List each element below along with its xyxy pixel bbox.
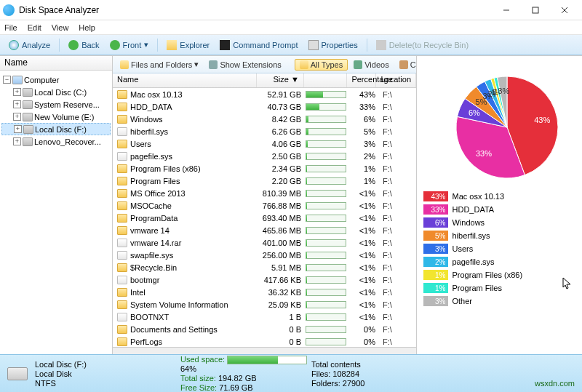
col-size[interactable]: Size ▼ bbox=[257, 73, 304, 87]
status-drive-label: Local Disc (F:) bbox=[35, 360, 180, 369]
horizontal-scrollbar[interactable] bbox=[113, 347, 416, 354]
legend-item[interactable]: 1%Program Files (x86) bbox=[423, 268, 576, 281]
table-row[interactable]: Documents and Settings0 B0%F:\ bbox=[113, 323, 416, 335]
command-prompt-button[interactable]: Command Prompt bbox=[215, 39, 302, 52]
site-link[interactable]: wsxdn.com bbox=[535, 379, 575, 389]
table-row[interactable]: Mac osx 10.1352.91 GB43%F:\ bbox=[113, 88, 416, 100]
all-types-icon bbox=[300, 60, 308, 69]
table-row[interactable]: pagefile.sys2.50 GB2%F:\ bbox=[113, 150, 416, 162]
menu-view[interactable]: View bbox=[52, 23, 69, 32]
col-location[interactable]: Location bbox=[376, 73, 416, 87]
drive-icon bbox=[23, 137, 33, 146]
legend-item[interactable]: 3%Users bbox=[423, 242, 576, 255]
table-row[interactable]: Windows8.42 GB6%F:\ bbox=[113, 113, 416, 125]
explorer-button[interactable]: Explorer bbox=[162, 39, 214, 52]
table-row[interactable]: ProgramData693.40 MB<1%F:\ bbox=[113, 212, 416, 224]
file-icon bbox=[117, 276, 127, 284]
filter-compressed[interactable]: Compressed bbox=[395, 60, 416, 70]
status-filesystem: NTFS bbox=[35, 379, 180, 388]
menu-help[interactable]: Help bbox=[79, 23, 95, 32]
status-total: Total size: 194.82 GB bbox=[180, 374, 311, 383]
tree-item-3[interactable]: +Local Disc (F:) bbox=[1, 123, 111, 135]
filter-all-types[interactable]: All Types bbox=[295, 59, 348, 71]
folder-icon bbox=[117, 337, 127, 346]
folder-icon bbox=[117, 140, 127, 148]
properties-button[interactable]: Properties bbox=[304, 39, 362, 52]
table-row[interactable]: swapfile.sys256.00 MB<1%F:\ bbox=[113, 249, 416, 261]
table-row[interactable]: MSOCache766.88 MB<1%F:\ bbox=[113, 199, 416, 212]
legend-item[interactable]: 5%hiberfil.sys bbox=[423, 229, 576, 242]
table-row[interactable]: Users4.06 GB3%F:\ bbox=[113, 137, 416, 150]
legend-item[interactable]: 1%Program Files bbox=[423, 281, 576, 295]
table-row[interactable]: Program Files (x86)2.34 GB1%F:\ bbox=[113, 162, 416, 175]
file-list[interactable]: Mac osx 10.1352.91 GB43%F:\HDD_DATA40.73… bbox=[113, 88, 416, 347]
analyze-button[interactable]: Analyze bbox=[4, 39, 55, 52]
file-icon bbox=[117, 239, 127, 247]
status-free: Free Size: 71.69 GB bbox=[180, 383, 311, 392]
table-row[interactable]: PerfLogs0 B0%F:\ bbox=[113, 335, 416, 347]
folder-icon bbox=[117, 103, 127, 111]
status-files: Files: 108284 bbox=[311, 369, 413, 378]
legend-item[interactable]: 33%HDD_DATA bbox=[423, 203, 576, 216]
table-row[interactable]: BOOTNXT1 B<1%F:\ bbox=[113, 311, 416, 323]
maximize-button[interactable] bbox=[521, 1, 550, 19]
video-icon bbox=[354, 60, 362, 69]
file-icon bbox=[117, 251, 127, 260]
table-row[interactable]: HDD_DATA40.73 GB33%F:\ bbox=[113, 100, 416, 113]
folder-icon bbox=[117, 325, 127, 334]
file-icon bbox=[117, 127, 127, 136]
trash-icon bbox=[376, 40, 386, 50]
tree-root[interactable]: −Computer bbox=[1, 73, 111, 86]
table-row[interactable]: MS Office 2013810.39 MB<1%F:\ bbox=[113, 187, 416, 199]
close-button[interactable] bbox=[550, 1, 579, 19]
folder-icon bbox=[167, 40, 177, 50]
table-row[interactable]: vmware 14.rar401.00 MB<1%F:\ bbox=[113, 236, 416, 249]
delete-button[interactable]: Delete(to Recycle Bin) bbox=[372, 39, 473, 52]
status-folders: Folders: 27900 bbox=[311, 379, 413, 388]
properties-icon bbox=[308, 40, 319, 50]
table-row[interactable]: hiberfil.sys6.26 GB5%F:\ bbox=[113, 125, 416, 137]
terminal-icon bbox=[220, 40, 230, 50]
menu-file[interactable]: File bbox=[4, 23, 17, 32]
back-button[interactable]: Back bbox=[64, 39, 103, 52]
drive-icon bbox=[23, 88, 33, 97]
tree-item-1[interactable]: +System Reserve... bbox=[1, 98, 111, 111]
svg-text:43%: 43% bbox=[534, 116, 550, 124]
zip-icon bbox=[399, 60, 408, 69]
legend-item[interactable]: 2%pagefile.sys bbox=[423, 255, 576, 268]
tree-pane: Name −Computer +Local Disc (C:)+System R… bbox=[0, 56, 113, 354]
app-title: Disk Space Analyzer bbox=[19, 5, 492, 15]
table-row[interactable]: vmware 14465.86 MB<1%F:\ bbox=[113, 224, 416, 236]
table-row[interactable]: Program Files2.20 GB1%F:\ bbox=[113, 175, 416, 187]
folder-icon bbox=[117, 115, 127, 124]
tree-item-4[interactable]: +Lenovo_Recover... bbox=[1, 135, 111, 148]
filter-files-folders[interactable]: Files and Folders ▾ bbox=[116, 59, 203, 70]
minimize-button[interactable] bbox=[492, 1, 521, 19]
legend-item[interactable]: 6%Windows bbox=[423, 216, 576, 229]
filter-videos[interactable]: Videos bbox=[349, 60, 393, 70]
col-name[interactable]: Name bbox=[113, 73, 257, 87]
legend-item[interactable]: 3%Other bbox=[423, 295, 576, 308]
table-row[interactable]: Intel36.32 KB<1%F:\ bbox=[113, 286, 416, 298]
col-percentage[interactable]: Percentage bbox=[347, 73, 376, 87]
menu-edit[interactable]: Edit bbox=[28, 23, 41, 32]
table-row[interactable]: System Volume Information25.09 KB<1%F:\ bbox=[113, 298, 416, 311]
filter-show-extensions[interactable]: Show Extensions bbox=[204, 60, 285, 70]
tree-item-2[interactable]: +New Volume (E:) bbox=[1, 111, 111, 123]
status-contents-label: Total contents bbox=[311, 360, 413, 369]
filter-bar: Files and Folders ▾ Show Extensions All … bbox=[113, 56, 416, 73]
table-row[interactable]: $Recycle.Bin5.91 MB<1%F:\ bbox=[113, 261, 416, 273]
column-headers: Name Size ▼ Percentage Location bbox=[113, 73, 416, 88]
col-bar[interactable] bbox=[304, 73, 348, 87]
folder-icon bbox=[117, 226, 127, 235]
folder-icon bbox=[117, 164, 127, 173]
svg-rect-0 bbox=[533, 7, 538, 13]
tree-item-0[interactable]: +Local Disc (C:) bbox=[1, 86, 111, 98]
folder-icon bbox=[117, 177, 127, 185]
table-row[interactable]: bootmgr417.66 KB<1%F:\ bbox=[113, 273, 416, 286]
tree-header[interactable]: Name bbox=[0, 56, 112, 71]
folder-tree-icon bbox=[120, 60, 129, 69]
folder-icon bbox=[117, 288, 127, 297]
legend-item[interactable]: 43%Mac osx 10.13 bbox=[423, 190, 576, 203]
front-button[interactable]: Front ▾ bbox=[105, 39, 154, 52]
